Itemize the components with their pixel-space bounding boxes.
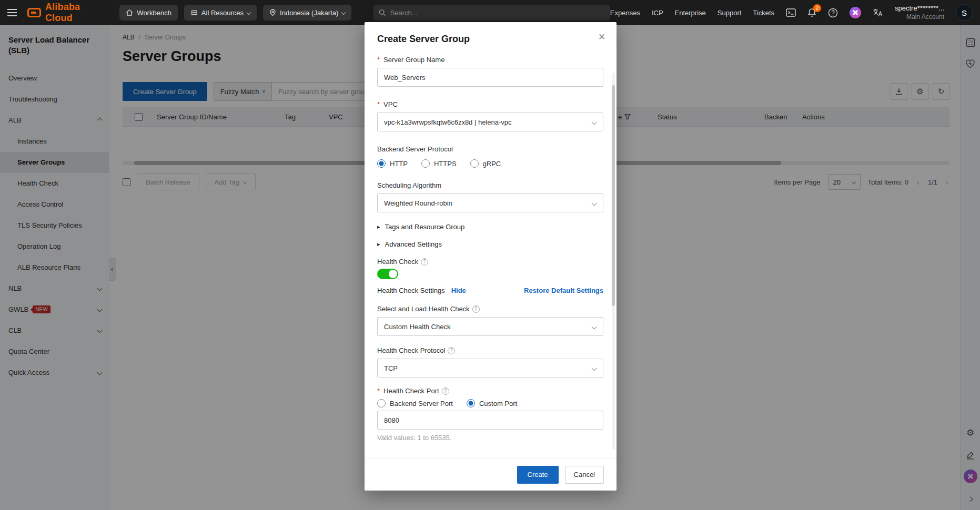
health-check-settings-label: Health Check Settings [377,287,445,294]
health-check-protocol-label: Health Check Protocol? [377,346,603,354]
region-selector[interactable]: Indonesia (Jakarta) [263,5,351,21]
radio-https[interactable]: HTTPS [421,159,457,168]
home-icon [126,9,133,16]
create-button[interactable]: Create [517,466,559,484]
chevron-down-icon [247,11,251,15]
language-translate-icon[interactable] [873,8,883,17]
resources-stack-icon [190,9,198,16]
alibaba-logo-icon [27,8,41,17]
all-resources-button[interactable]: All Resources [184,5,257,21]
vpc-label: *VPC [377,100,603,108]
select-health-check-select[interactable]: Custom Health Check [377,317,603,336]
account-name: spectre********... [895,4,944,13]
workbench-button[interactable]: Workbench [119,5,178,21]
port-hint: Valid values: 1 to 65535. [377,434,603,442]
health-check-settings-row: Health Check Settings Hide Restore Defau… [377,287,603,294]
modal-scrollbar-thumb[interactable] [612,85,615,306]
server-group-name-label: *Server Group Name [377,56,603,64]
topbar-link-icp[interactable]: ICP [652,9,663,17]
server-group-name-input[interactable] [377,68,603,87]
logo-text: Alibaba Cloud [45,2,110,24]
notifications-bell-icon[interactable]: 2 [807,8,816,17]
health-check-port-options: Backend Server Port Custom Port [377,399,603,407]
cancel-button[interactable]: Cancel [565,466,604,484]
health-check-port-label: *Health Check Port? [377,387,603,395]
topbar-link-expenses[interactable]: Expenses [610,9,640,17]
account-type: Main Account [895,13,944,21]
help-icon[interactable]: ? [421,258,428,266]
radio-grpc[interactable]: gRPC [470,159,501,168]
help-icon[interactable]: ? [472,305,480,313]
modal-footer: Create Cancel [365,458,617,491]
hide-link[interactable]: Hide [451,287,466,294]
scheduling-algorithm-select[interactable]: Weighted Round-robin [377,193,603,212]
health-check-label: Health Check? [377,258,603,266]
global-search [373,5,610,21]
modal-body: *Server Group Name *VPC vpc-k1a3wrwpsfkq… [377,46,603,458]
vpc-select[interactable]: vpc-k1a3wrwpsfkqtw6c6zx8d | helena-vpc [377,113,603,131]
topbar-right: Expenses ICP Enterprise Support Tickets … [610,4,980,21]
help-icon[interactable]: ? [442,387,449,395]
health-check-toggle[interactable] [377,269,398,279]
triangle-right-icon: ▸ [377,241,380,248]
radio-http[interactable]: HTTP [377,159,408,168]
chevron-down-icon [592,324,597,330]
advanced-settings-section[interactable]: ▸Advanced Settings [377,240,603,248]
search-icon [379,9,386,16]
alibaba-cloud-logo[interactable]: Alibaba Cloud [27,2,110,24]
chevron-down-icon [592,120,597,125]
help-icon[interactable]: ? [448,347,455,354]
chevron-down-icon [592,366,597,371]
cloudshell-terminal-icon[interactable] [786,8,796,17]
avatar[interactable]: S [956,4,973,21]
triangle-right-icon: ▸ [377,223,380,230]
create-server-group-modal: Create Server Group ✕ *Server Group Name… [365,22,617,491]
all-resources-label: All Resources [201,9,244,17]
scheduling-algorithm-label: Scheduling Algorithm [377,181,603,189]
backend-protocol-options: HTTP HTTPS gRPC [377,159,603,168]
notification-count-badge: 2 [813,4,821,12]
topbar-link-enterprise[interactable]: Enterprise [675,9,706,17]
location-pin-icon [269,9,276,16]
close-icon[interactable]: ✕ [595,30,608,43]
radio-backend-server-port[interactable]: Backend Server Port [377,399,453,407]
health-check-protocol-select[interactable]: TCP [377,359,603,378]
backend-protocol-label: Backend Server Protocol [377,145,603,153]
global-search-input[interactable] [390,9,605,17]
hamburger-menu-icon[interactable] [0,0,24,25]
page: Alibaba Cloud Workbench All Resources In… [0,0,980,510]
topbar: Alibaba Cloud Workbench All Resources In… [0,0,980,25]
modal-title: Create Server Group [377,34,470,45]
select-health-check-label: Select and Load Health Check? [377,305,603,313]
radio-custom-port[interactable]: Custom Port [467,399,517,407]
community-icon[interactable] [850,7,861,18]
chevron-down-icon [341,11,346,15]
help-icon[interactable] [828,8,838,18]
region-label: Indonesia (Jakarta) [280,9,338,17]
chevron-down-icon [592,201,597,206]
custom-port-input[interactable] [377,411,603,430]
avatar-initial: S [962,8,967,17]
account-menu[interactable]: spectre********... Main Account [895,4,944,21]
topbar-link-support[interactable]: Support [718,9,742,17]
tags-resource-group-section[interactable]: ▸Tags and Resource Group [377,223,603,231]
topbar-link-tickets[interactable]: Tickets [753,9,774,17]
workbench-label: Workbench [137,9,171,17]
restore-default-settings-link[interactable]: Restore Default Settings [524,287,603,294]
